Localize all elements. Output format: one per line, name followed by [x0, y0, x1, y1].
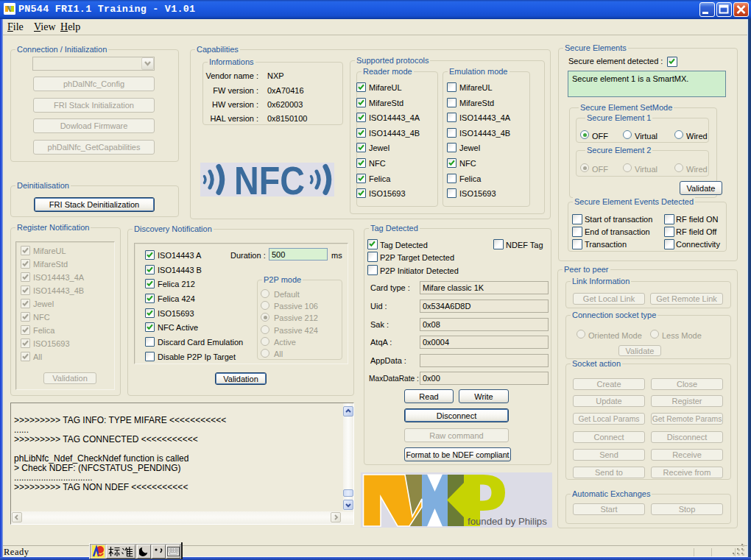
svg-text:NFC: NFC [234, 163, 305, 196]
svg-text:founded by Philips: founded by Philips [468, 516, 547, 527]
